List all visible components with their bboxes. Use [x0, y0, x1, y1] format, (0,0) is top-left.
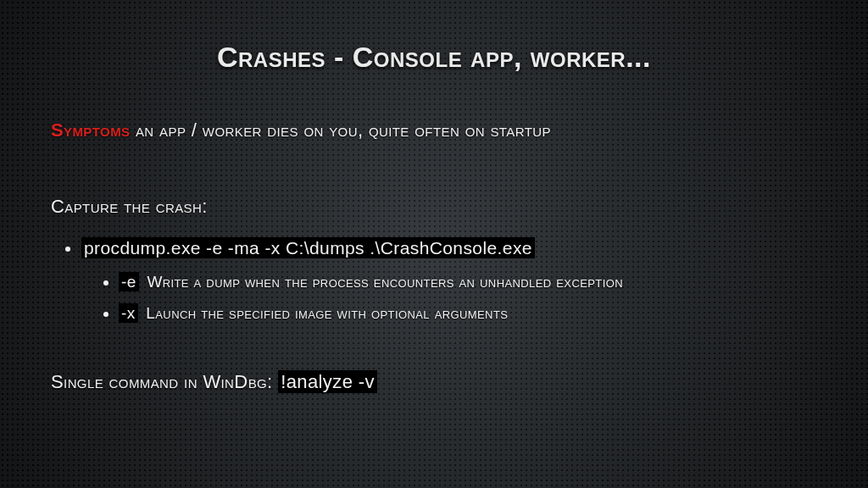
flag-list: -e Write a dump when the process encount… [81, 270, 817, 325]
capture-heading: Capture the crash: [51, 194, 817, 219]
symptoms-label: Symptoms [51, 119, 130, 141]
symptoms-line: Symptoms an app / worker dies on you, qu… [51, 118, 817, 143]
windbg-line: Single command in WinDbg: !analyze -v [51, 369, 817, 395]
capture-list: procdump.exe -e -ma -x C:\dumps .\CrashC… [51, 236, 817, 325]
flag-e-desc: Write a dump when the process encounters… [142, 273, 623, 291]
flag-x-desc: Launch the specified image with optional… [142, 304, 509, 322]
flag-e-code: -e [119, 272, 139, 291]
flag-e-item: -e Write a dump when the process encount… [119, 270, 817, 294]
spacer [51, 160, 817, 194]
slide: Crashes - Console app, worker... Symptom… [0, 0, 868, 488]
symptoms-text: an app / worker dies on you, quite often… [130, 119, 550, 141]
spacer-2 [51, 336, 817, 369]
flag-x-item: -x Launch the specified image with optio… [119, 302, 817, 325]
windbg-command: !analyze -v [278, 370, 377, 393]
procdump-command: procdump.exe -e -ma -x C:\dumps .\CrashC… [81, 237, 535, 258]
slide-title: Crashes - Console app, worker... [51, 41, 817, 74]
windbg-prefix: Single command in WinDbg: [51, 371, 278, 392]
flag-x-code: -x [119, 303, 138, 323]
procdump-item: procdump.exe -e -ma -x C:\dumps .\CrashC… [81, 236, 817, 325]
